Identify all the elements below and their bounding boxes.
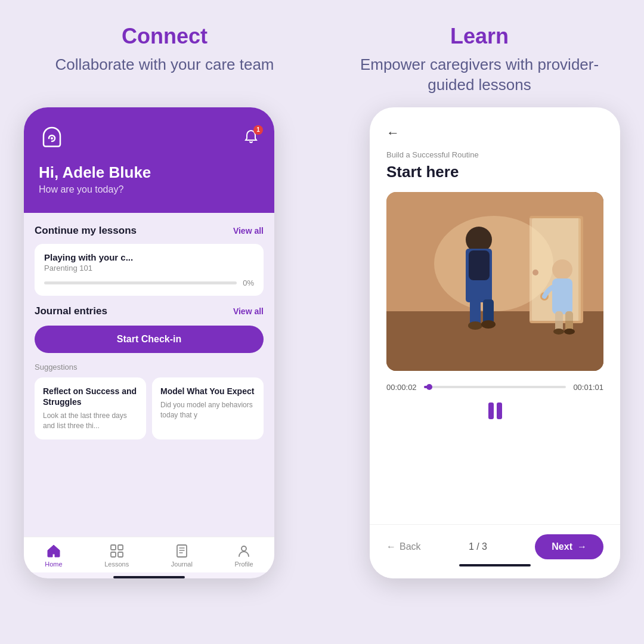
notification-bell[interactable]: 1 bbox=[243, 129, 259, 148]
svg-rect-2 bbox=[118, 545, 123, 550]
pause-icon bbox=[488, 402, 502, 419]
lesson-progress-bar-bg bbox=[44, 281, 237, 284]
suggestions-row: Reflect on Success and Struggles Look at… bbox=[35, 377, 264, 439]
start-checkin-button[interactable]: Start Check-in bbox=[35, 326, 264, 353]
nav-label-home: Home bbox=[45, 561, 62, 568]
svg-rect-3 bbox=[111, 552, 116, 557]
svg-point-25 bbox=[564, 329, 575, 335]
next-button[interactable]: Next → bbox=[535, 534, 603, 559]
left-phone-nav: Home Lessons Journal bbox=[24, 537, 274, 572]
lessons-section-header: Continue my lessons View all bbox=[35, 225, 264, 237]
svg-point-6 bbox=[242, 546, 246, 551]
greeting-subtitle: How are you today? bbox=[39, 184, 259, 195]
svg-point-18 bbox=[468, 321, 482, 330]
svg-rect-4 bbox=[118, 552, 123, 557]
lesson-card[interactable]: Playing with your c... Parenting 101 0% bbox=[35, 244, 264, 296]
time-total: 00:01:01 bbox=[573, 383, 603, 392]
play-pause-button[interactable] bbox=[386, 400, 603, 422]
phones-row: 1 Hi, Adele Bluke How are you today? Con… bbox=[0, 107, 644, 644]
connect-subtitle: Collaborate with your care team bbox=[36, 55, 293, 75]
nav-label-journal: Journal bbox=[171, 561, 193, 568]
lesson-main-title: Start here bbox=[386, 163, 603, 181]
svg-rect-27 bbox=[530, 218, 578, 321]
svg-rect-5 bbox=[177, 545, 187, 557]
pause-bar-right bbox=[497, 402, 502, 419]
suggestion-2-title: Model What You Expect bbox=[160, 386, 255, 397]
learn-section-header: Learn Empower caregivers with provider-g… bbox=[351, 24, 608, 95]
nav-label-lessons: Lessons bbox=[104, 561, 129, 568]
nav-item-profile[interactable]: Profile bbox=[234, 543, 253, 568]
audio-timeline: 00:00:02 00:01:01 bbox=[386, 383, 603, 392]
right-phone-footer: ← Back 1 / 3 Next → bbox=[370, 524, 620, 578]
lesson-image bbox=[386, 192, 603, 371]
home-indicator-left bbox=[113, 576, 185, 578]
back-arrow-button[interactable]: ← bbox=[386, 125, 603, 141]
lesson-card-title: Playing with your c... bbox=[44, 252, 254, 262]
nav-item-home[interactable]: Home bbox=[45, 543, 62, 568]
pause-bar-left bbox=[488, 402, 494, 419]
learn-title: Learn bbox=[351, 24, 608, 49]
footer-nav: ← Back 1 / 3 Next → bbox=[386, 534, 603, 559]
nav-label-profile: Profile bbox=[234, 561, 253, 568]
top-labels-row: Connect Collaborate with your care team … bbox=[0, 0, 644, 107]
left-phone-header: 1 Hi, Adele Bluke How are you today? bbox=[24, 107, 274, 213]
right-phone-content: ← Build a Successful Routine Start here bbox=[370, 107, 620, 524]
left-phone-body: Continue my lessons View all Playing wit… bbox=[24, 213, 274, 537]
suggestion-2-text: Did you model any behaviors today that y bbox=[160, 400, 255, 420]
suggestion-1-text: Look at the last three days and list thr… bbox=[43, 411, 138, 431]
svg-point-24 bbox=[553, 329, 564, 335]
audio-controls: 00:00:02 00:01:01 bbox=[386, 383, 603, 422]
lesson-progress-row: 0% bbox=[44, 278, 254, 287]
greeting-name: Hi, Adele Bluke bbox=[39, 163, 259, 182]
home-indicator-right bbox=[459, 564, 531, 566]
audio-progress-dot bbox=[426, 384, 432, 390]
suggestions-label: Suggestions bbox=[35, 363, 264, 371]
page-indicator: 1 / 3 bbox=[469, 541, 487, 552]
lessons-view-all[interactable]: View all bbox=[233, 226, 264, 236]
lesson-breadcrumb: Build a Successful Routine bbox=[386, 150, 603, 159]
journal-view-all[interactable]: View all bbox=[233, 306, 264, 316]
svg-rect-15 bbox=[469, 250, 490, 280]
svg-point-0 bbox=[51, 137, 53, 140]
nav-item-lessons[interactable]: Lessons bbox=[104, 543, 129, 568]
profile-icon bbox=[236, 543, 252, 559]
audio-progress-bar[interactable] bbox=[424, 386, 566, 388]
time-current: 00:00:02 bbox=[386, 383, 417, 392]
journal-section-header: Journal entries View all bbox=[35, 305, 264, 317]
lesson-scene-svg bbox=[386, 192, 603, 371]
notification-badge: 1 bbox=[253, 125, 263, 135]
suggestion-1-title: Reflect on Success and Struggles bbox=[43, 386, 138, 407]
nav-item-journal[interactable]: Journal bbox=[171, 543, 193, 568]
back-arrow-icon: ← bbox=[386, 541, 396, 552]
svg-point-19 bbox=[481, 320, 496, 329]
lesson-back-button[interactable]: ← Back bbox=[386, 541, 421, 552]
journal-icon bbox=[174, 543, 190, 559]
next-arrow-icon: → bbox=[577, 541, 587, 552]
suggestion-card-2[interactable]: Model What You Expect Did you model any … bbox=[152, 377, 264, 439]
home-icon bbox=[46, 543, 61, 559]
lessons-icon bbox=[109, 543, 125, 559]
lesson-progress-pct: 0% bbox=[243, 278, 254, 287]
svg-rect-1 bbox=[111, 545, 116, 550]
left-phone: 1 Hi, Adele Bluke How are you today? Con… bbox=[24, 107, 274, 578]
left-topbar: 1 bbox=[39, 125, 259, 151]
right-phone: ← Build a Successful Routine Start here bbox=[370, 107, 620, 578]
learn-subtitle: Empower caregivers with provider-guided … bbox=[351, 55, 608, 95]
next-label: Next bbox=[552, 541, 572, 552]
suggestion-card-1[interactable]: Reflect on Success and Struggles Look at… bbox=[35, 377, 146, 439]
connect-section-header: Connect Collaborate with your care team bbox=[36, 24, 293, 95]
connect-title: Connect bbox=[36, 24, 293, 49]
journal-title: Journal entries bbox=[35, 305, 107, 317]
journal-section: Journal entries View all bbox=[35, 305, 264, 317]
lesson-card-sub: Parenting 101 bbox=[44, 264, 254, 273]
back-label: Back bbox=[400, 541, 421, 552]
lessons-title: Continue my lessons bbox=[35, 225, 137, 237]
app-logo-icon bbox=[39, 125, 65, 151]
